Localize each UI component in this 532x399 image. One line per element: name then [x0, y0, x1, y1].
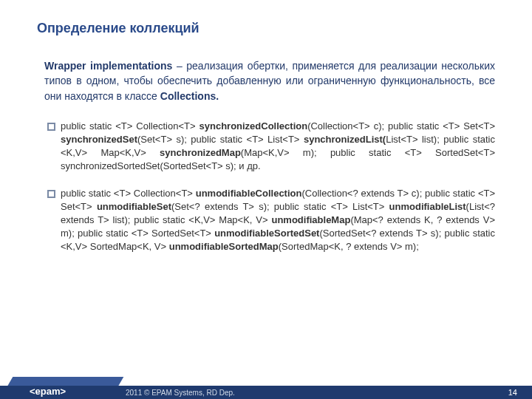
code-bold: unmodifiableList	[389, 201, 466, 212]
bullet-list: public static <T> Collection<T> synchron…	[44, 120, 495, 254]
page-number: 14	[508, 388, 517, 397]
code-bold: unmodifiableSortedSet	[214, 228, 319, 239]
code-text: (Collection<T> c); public static <T> Set…	[307, 120, 495, 132]
slide: Определение коллекций Wrapper implementa…	[0, 0, 532, 399]
code-bold: unmodifiableSet	[97, 201, 171, 212]
code-text: public static <T> Collection<T>	[61, 120, 200, 132]
code-bold: unmodifiableMap	[271, 214, 350, 225]
intro-tail: Collections.	[160, 90, 219, 102]
code-bold: synchronizedSet	[61, 134, 137, 145]
intro-paragraph: Wrapper implementations – реализация обе…	[44, 58, 495, 103]
code-bold: unmodifiableCollection	[196, 188, 302, 199]
footer-strip	[0, 386, 532, 399]
intro-lead: Wrapper implementations	[44, 60, 172, 72]
code-bold: synchronizedMap	[160, 147, 241, 158]
list-item: public static <T> Collection<T> synchron…	[47, 120, 495, 174]
code-text: public static <T> Collection<T>	[61, 188, 196, 199]
code-text: (SortedMap<K, ? extends V> m);	[279, 241, 419, 252]
code-text: (Set<? extends T> s); public static <T> …	[171, 201, 389, 212]
logo: <epam>	[30, 386, 66, 397]
code-bold: unmodifiableSortedMap	[169, 241, 279, 252]
footer: <epam> 2011 © EPAM Systems, RD Dep. 14	[0, 383, 532, 399]
list-item: public static <T> Collection<T> unmodifi…	[47, 187, 495, 254]
code-bold: synchronizedList(	[304, 134, 386, 145]
code-bold: synchronizedCollection	[200, 120, 308, 132]
content-area: Wrapper implementations – реализация обе…	[0, 36, 532, 254]
code-text: (Set<T> s); public static <T> List<T>	[137, 134, 304, 145]
copyright-text: 2011 © EPAM Systems, RD Dep.	[126, 389, 235, 397]
slide-title: Определение коллекций	[0, 0, 532, 36]
